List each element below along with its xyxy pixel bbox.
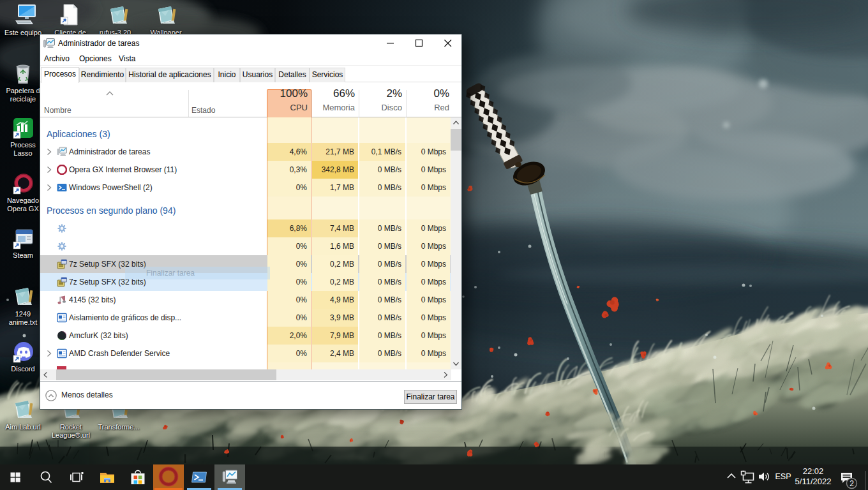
svg-text:2: 2 [849, 479, 854, 488]
